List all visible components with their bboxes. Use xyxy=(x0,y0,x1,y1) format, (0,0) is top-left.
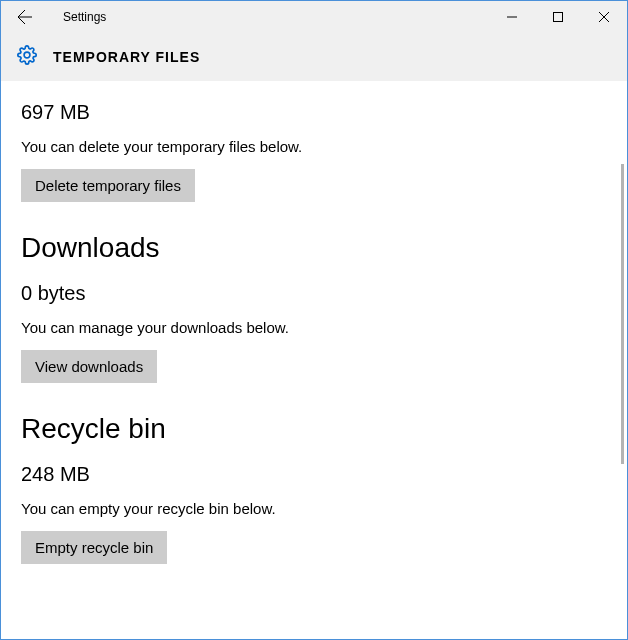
svg-rect-1 xyxy=(554,13,563,22)
recycle-heading: Recycle bin xyxy=(21,413,607,445)
maximize-button[interactable] xyxy=(535,1,581,33)
minimize-button[interactable] xyxy=(489,1,535,33)
arrow-left-icon xyxy=(17,9,33,25)
maximize-icon xyxy=(553,12,563,22)
window-controls xyxy=(489,1,627,33)
temp-description: You can delete your temporary files belo… xyxy=(21,138,607,155)
window-title: Settings xyxy=(63,10,106,24)
recycle-description: You can empty your recycle bin below. xyxy=(21,500,607,517)
downloads-description: You can manage your downloads below. xyxy=(21,319,607,336)
page-heading: TEMPORARY FILES xyxy=(53,49,200,65)
gear-icon xyxy=(17,45,37,69)
close-icon xyxy=(599,12,609,22)
temp-size: 697 MB xyxy=(21,101,607,124)
delete-temp-files-button[interactable]: Delete temporary files xyxy=(21,169,195,202)
titlebar: Settings xyxy=(1,1,627,33)
page-header: TEMPORARY FILES xyxy=(1,33,627,81)
empty-recycle-bin-button[interactable]: Empty recycle bin xyxy=(21,531,167,564)
scrollbar-thumb[interactable] xyxy=(621,164,624,464)
minimize-icon xyxy=(507,12,517,22)
back-button[interactable] xyxy=(1,1,49,33)
close-button[interactable] xyxy=(581,1,627,33)
downloads-size: 0 bytes xyxy=(21,282,607,305)
view-downloads-button[interactable]: View downloads xyxy=(21,350,157,383)
downloads-heading: Downloads xyxy=(21,232,607,264)
content-area: 697 MB You can delete your temporary fil… xyxy=(1,81,627,639)
recycle-size: 248 MB xyxy=(21,463,607,486)
